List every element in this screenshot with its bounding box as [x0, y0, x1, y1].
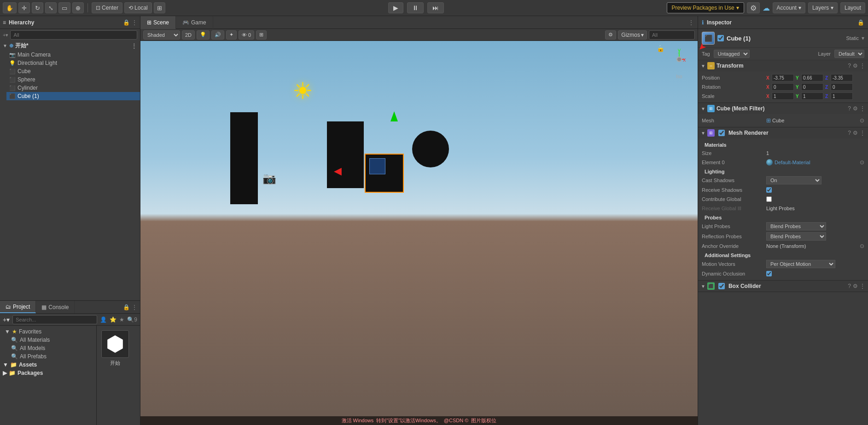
game-tab[interactable]: 🎮 Game [176, 16, 213, 29]
rot-y-input[interactable] [801, 83, 823, 91]
hierarchy-root[interactable]: ▼ ⊕ 开始* ⋮ [0, 41, 140, 51]
root-menu-btn[interactable]: ⋮ [131, 42, 137, 50]
box-collider-header[interactable]: ▼ ⬛ Box Collider ? ⚙ ⋮ [698, 281, 868, 292]
pos-x-input[interactable] [772, 74, 794, 81]
reflection-probes-select[interactable]: Blend Probes [766, 232, 826, 241]
account-btn[interactable]: Account ▾ [773, 2, 805, 13]
hierarchy-item-sphere[interactable]: ⬛ Sphere [6, 75, 140, 84]
hierarchy-search[interactable] [10, 30, 137, 40]
assets-section[interactable]: ▼ 📁 Assets [2, 361, 94, 369]
scene-tab-more[interactable]: ⋮ [685, 19, 698, 26]
hide-btn[interactable]: 👁 0 [239, 30, 254, 40]
mesh-picker-btn[interactable]: ⊙ [860, 117, 864, 124]
hierarchy-more-icon[interactable]: ⋮ [132, 19, 137, 26]
mesh-renderer-header[interactable]: ▼ ⊞ Mesh Renderer ? ⚙ ⋮ [698, 127, 868, 138]
play-btn[interactable]: ▶ [388, 2, 403, 13]
shading-select[interactable]: Shaded [143, 30, 180, 40]
all-models-item[interactable]: 🔍 All Models [2, 344, 94, 352]
asset-kaishi[interactable]: 开始 [101, 330, 129, 367]
pos-z-input[interactable] [831, 74, 853, 81]
project-star-btn[interactable]: ⭐ [110, 316, 117, 323]
rotate-tool-btn[interactable]: ↻ [32, 2, 43, 13]
rot-x-input[interactable] [772, 83, 794, 91]
hierarchy-item-cylinder[interactable]: ⬛ Cylinder [6, 84, 140, 92]
anchor-picker-btn[interactable]: ⊙ [860, 243, 864, 249]
pause-btn[interactable]: ⏸ [407, 2, 424, 13]
tag-select[interactable]: Untagged [714, 50, 750, 58]
project-add-btn[interactable]: +▾ [3, 316, 10, 323]
pos-y-input[interactable] [801, 74, 823, 81]
scale-y-input[interactable] [801, 92, 823, 100]
motion-vectors-select[interactable]: Per Object Motion [766, 260, 835, 268]
scale-z-input[interactable] [831, 92, 853, 100]
element0-picker-btn[interactable]: ⊙ [860, 159, 864, 166]
scene-lock-icon[interactable]: 🔒 [657, 45, 664, 52]
move-tool-btn[interactable]: ✛ [18, 2, 30, 13]
mesh-renderer-more-btn[interactable]: ⋮ [860, 130, 865, 136]
scene-view[interactable]: ☀ 📷 ◀ [140, 41, 698, 425]
packages-section[interactable]: ▶ 📁 Packages [2, 369, 94, 377]
contribute-global-checkbox[interactable] [766, 196, 772, 202]
project-fav-btn[interactable]: ★ [119, 316, 124, 323]
scene-tab[interactable]: ⊞ Scene [140, 16, 176, 29]
hierarchy-item-dir-light[interactable]: 💡 Directional Light [6, 59, 140, 67]
layers-btn[interactable]: Layers ▾ [808, 2, 838, 13]
inspector-lock-icon[interactable]: 🔒 [857, 19, 864, 26]
project-more-icon[interactable]: ⋮ [132, 304, 137, 310]
scale-x-input[interactable] [772, 92, 794, 100]
grid-btn[interactable]: ⊞ [154, 2, 165, 13]
audio-btn[interactable]: 🔊 [211, 30, 224, 40]
layer-select[interactable]: Default [834, 50, 864, 58]
box-collider-help-btn[interactable]: ? [848, 283, 851, 289]
project-filter-btn[interactable]: 👤 [100, 316, 107, 323]
console-tab[interactable]: ▦ Console [36, 301, 75, 313]
mesh-filter-settings-btn[interactable]: ⚙ [853, 105, 858, 112]
all-prefabs-item[interactable]: 🔍 All Prefabs [2, 352, 94, 361]
rot-z-input[interactable] [831, 83, 853, 91]
hierarchy-lock-icon[interactable]: 🔒 [123, 19, 130, 26]
project-search[interactable] [12, 315, 97, 324]
2d-toggle[interactable]: 2D [182, 30, 195, 40]
project-tab[interactable]: 🗂 Project [0, 301, 36, 313]
transform-more-btn[interactable]: ⋮ [860, 63, 865, 69]
favorites-header[interactable]: ▼ ★ Favorites [2, 327, 94, 336]
layout-btn[interactable]: Layout [840, 2, 865, 13]
hierarchy-item-main-camera[interactable]: 📷 Main Camera [6, 51, 140, 59]
cast-shadows-select[interactable]: On [766, 176, 821, 184]
transform-tool-btn[interactable]: ⊕ [72, 2, 84, 13]
preview-packages-btn[interactable]: Preview Packages in Use ▾ [667, 2, 744, 13]
box-collider-settings-btn[interactable]: ⚙ [853, 283, 858, 289]
transform-settings-btn[interactable]: ⚙ [853, 63, 858, 69]
all-materials-item[interactable]: 🔍 All Materials [2, 336, 94, 344]
static-dropdown[interactable]: ▾ [862, 35, 864, 41]
effects-btn[interactable]: ✦ [226, 30, 237, 40]
obj-active-checkbox[interactable] [717, 35, 724, 41]
grid2-btn[interactable]: ⊞ [256, 30, 267, 40]
hierarchy-item-cube[interactable]: ⬛ Cube [6, 67, 140, 75]
scene-search[interactable] [649, 30, 695, 40]
mesh-renderer-checkbox[interactable] [718, 130, 725, 136]
receive-shadows-checkbox[interactable] [766, 187, 772, 193]
mesh-renderer-help-btn[interactable]: ? [848, 130, 851, 136]
mesh-filter-header[interactable]: ▼ ⊞ Cube (Mesh Filter) ? ⚙ ⋮ [698, 103, 868, 114]
box-collider-checkbox[interactable] [718, 283, 725, 289]
scale-tool-btn[interactable]: ⤡ [45, 2, 57, 13]
box-collider-more-btn[interactable]: ⋮ [860, 283, 865, 289]
hand-tool-btn[interactable]: ✋ [3, 2, 17, 13]
rect-tool-btn[interactable]: ▭ [58, 2, 70, 13]
dynamic-occlusion-checkbox[interactable] [766, 271, 772, 276]
light-probes-select[interactable]: Blend Probes [766, 222, 826, 230]
mesh-renderer-settings-btn[interactable]: ⚙ [853, 130, 858, 136]
lighting-btn[interactable]: 💡 [197, 30, 210, 40]
step-btn[interactable]: ⏭ [427, 2, 444, 13]
transform-header[interactable]: ▼ ↔ Transform ? ⚙ ⋮ [698, 60, 868, 71]
hierarchy-item-cube1[interactable]: ⬛ Cube (1) [6, 92, 140, 100]
local-btn[interactable]: ⟲ Local [124, 2, 152, 13]
gizmos-btn[interactable]: Gizmos ▾ [618, 30, 647, 40]
mesh-filter-more-btn[interactable]: ⋮ [860, 105, 865, 112]
center-btn[interactable]: ⊡ Center [92, 2, 122, 13]
mesh-filter-help-btn[interactable]: ? [848, 105, 851, 112]
tool-settings-btn[interactable]: ⚙ [605, 30, 616, 40]
project-lock-icon[interactable]: 🔒 [123, 304, 130, 310]
transform-help-btn[interactable]: ? [848, 63, 851, 69]
